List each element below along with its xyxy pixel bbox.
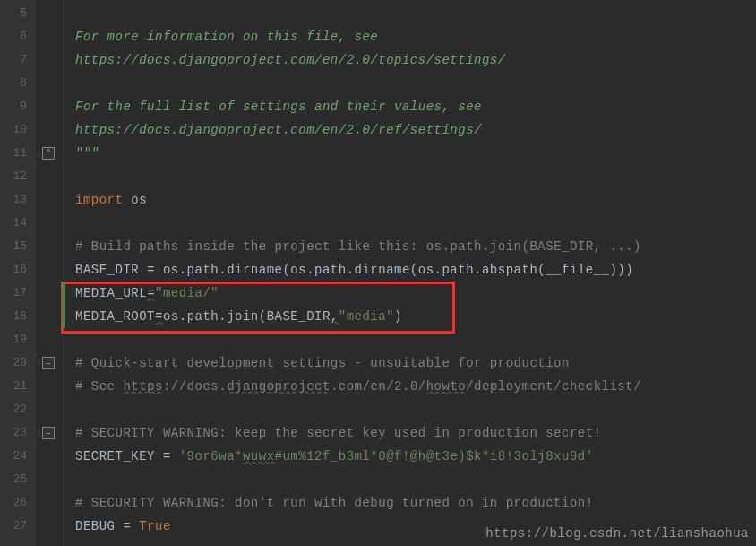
fold-column[interactable]: ⌃––	[36, 0, 64, 546]
code-line[interactable]	[64, 72, 756, 95]
line-number[interactable]: 17	[0, 282, 36, 305]
line-number[interactable]: 16	[0, 258, 36, 282]
code-line[interactable]: """	[64, 142, 756, 165]
code-token: =	[147, 286, 155, 300]
code-token: ,	[331, 309, 339, 324]
code-line[interactable]	[64, 212, 756, 235]
code-token: BASE_DIR = os.path.dirname(os.path.dirna…	[75, 263, 633, 277]
code-line[interactable]: MEDIA_ROOT=os.path.join(BASE_DIR,"media"…	[64, 305, 756, 328]
code-token: wuwx	[243, 449, 275, 464]
code-line[interactable]: For the full list of settings and their …	[64, 95, 756, 118]
line-number[interactable]: 12	[0, 165, 36, 188]
line-number[interactable]: 25	[0, 468, 36, 491]
line-number[interactable]: 7	[0, 48, 36, 72]
code-token: MEDIA_URL	[75, 286, 147, 300]
code-token: os	[123, 193, 147, 207]
code-line[interactable]: For more information on this file, see	[64, 25, 756, 48]
line-number[interactable]: 10	[0, 118, 36, 142]
fold-marker-icon[interactable]: ⌃	[42, 147, 55, 160]
code-token: '9or6wa*	[179, 449, 243, 464]
code-line[interactable]: # Build paths inside the project like th…	[64, 235, 756, 258]
line-number[interactable]: 27	[0, 515, 36, 538]
line-number[interactable]: 26	[0, 491, 36, 515]
line-number[interactable]: 14	[0, 212, 36, 235]
code-token: MEDIA_ROOT	[75, 309, 155, 324]
code-token: howto	[426, 379, 467, 394]
code-token: /deployment/checklist/	[466, 379, 641, 394]
line-number[interactable]: 9	[0, 95, 36, 118]
fold-marker-icon[interactable]: –	[42, 357, 55, 369]
code-line[interactable]	[64, 2, 756, 25]
code-line[interactable]	[64, 165, 756, 188]
code-token: """	[75, 146, 99, 160]
code-line[interactable]	[64, 328, 756, 351]
code-line[interactable]	[64, 468, 756, 491]
code-token: # Quick-start development settings - uns…	[75, 356, 570, 370]
code-token: .com/en/2.0/	[331, 379, 426, 394]
code-line[interactable]: import os	[64, 188, 756, 212]
code-editor: 5678910111213141516171819202122232425262…	[0, 0, 756, 546]
code-token: # See	[75, 379, 123, 394]
line-number[interactable]: 11	[0, 142, 36, 165]
modified-line-indicator	[62, 305, 65, 328]
code-token: "media"	[339, 309, 394, 324]
code-line[interactable]	[64, 398, 756, 421]
code-area[interactable]: For more information on this file, seeht…	[64, 0, 756, 546]
code-line[interactable]: # Quick-start development settings - uns…	[64, 351, 756, 375]
code-line[interactable]: # See https://docs.djangoproject.com/en/…	[64, 375, 756, 398]
line-number-gutter[interactable]: 5678910111213141516171819202122232425262…	[0, 0, 36, 546]
code-token: For the full list of settings and their …	[75, 100, 482, 114]
code-token: For more information on this file, see	[75, 30, 378, 44]
code-token: DEBUG =	[75, 519, 139, 533]
code-token: "media/"	[155, 286, 219, 300]
code-token: )	[394, 309, 402, 324]
code-token: https://docs.djangoproject.com/en/2.0/to…	[75, 53, 506, 67]
line-number[interactable]: 19	[0, 328, 36, 351]
code-line[interactable]: # SECURITY WARNING: keep the secret key …	[64, 421, 756, 445]
line-number[interactable]: 23	[0, 421, 36, 445]
line-number[interactable]: 5	[0, 2, 36, 25]
watermark-text: https://blog.csdn.net/lianshaohua	[485, 526, 749, 541]
line-number[interactable]: 6	[0, 25, 36, 48]
line-number[interactable]: 21	[0, 375, 36, 398]
code-token: ://docs.	[163, 379, 227, 394]
code-token: True	[139, 519, 171, 533]
code-token: =	[155, 309, 163, 324]
line-number[interactable]: 13	[0, 188, 36, 212]
code-token: SECRET_KEY =	[75, 449, 179, 464]
line-number[interactable]: 8	[0, 72, 36, 95]
code-line[interactable]: https://docs.djangoproject.com/en/2.0/to…	[64, 48, 756, 72]
code-line[interactable]: BASE_DIR = os.path.dirname(os.path.dirna…	[64, 258, 756, 282]
code-token: https://docs.djangoproject.com/en/2.0/re…	[75, 123, 482, 137]
code-line[interactable]: MEDIA_URL="media/"	[64, 282, 756, 305]
code-token: https	[123, 379, 163, 394]
code-token: # Build paths inside the project like th…	[75, 239, 641, 254]
code-token: #um%12f_b3ml*0@f!@h@t3e)$k*i8!3olj8xu9d'	[275, 449, 594, 464]
code-line[interactable]: https://docs.djangoproject.com/en/2.0/re…	[64, 118, 756, 142]
code-line[interactable]: SECRET_KEY = '9or6wa*wuwx#um%12f_b3ml*0@…	[64, 445, 756, 468]
modified-line-indicator	[62, 282, 65, 305]
line-number[interactable]: 18	[0, 305, 36, 328]
code-token: djangoproject	[227, 379, 331, 394]
line-number[interactable]: 15	[0, 235, 36, 258]
fold-marker-icon[interactable]: –	[42, 427, 55, 439]
line-number[interactable]: 20	[0, 351, 36, 375]
line-number[interactable]: 22	[0, 398, 36, 421]
code-token: import	[75, 193, 123, 207]
code-token: # SECURITY WARNING: keep the secret key …	[75, 426, 602, 440]
code-line[interactable]: # SECURITY WARNING: don't run with debug…	[64, 491, 756, 515]
code-token: # SECURITY WARNING: don't run with debug…	[75, 496, 594, 510]
line-number[interactable]: 24	[0, 445, 36, 468]
code-token: os.path.join(BASE_DIR	[163, 309, 331, 324]
